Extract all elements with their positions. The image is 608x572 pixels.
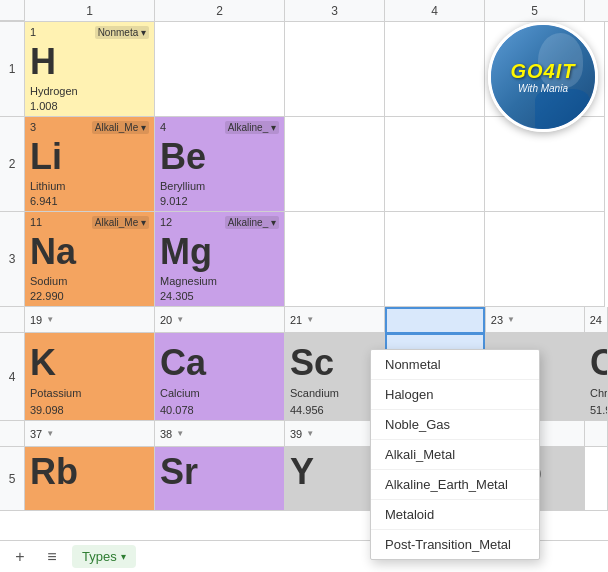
row-header-1: 1	[0, 22, 25, 117]
col-header-3: 3	[285, 0, 385, 21]
cell-ca[interactable]: Ca Calcium 40.078	[155, 333, 285, 421]
col-header-5: 5	[485, 0, 585, 21]
element-number: 1	[30, 26, 36, 38]
cell-r1c3[interactable]	[285, 22, 385, 117]
element-symbol: Ca	[160, 345, 279, 381]
element-name: Chrom	[590, 387, 602, 399]
category-dropdown-menu: Nonmetal Halogen Noble_Gas Alkali_Metal …	[370, 349, 540, 560]
cell-r2c4	[385, 117, 485, 212]
cell-r1c2[interactable]	[155, 22, 285, 117]
cell-r5c6	[585, 447, 608, 511]
element-symbol: Rb	[30, 451, 149, 493]
sub-header-22-selected[interactable]	[385, 307, 485, 333]
element-symbol: Li	[30, 139, 149, 175]
element-name: Scandium	[290, 387, 379, 399]
cell-r3c5	[485, 212, 605, 307]
grid-row-3: 3 11 Alkali_Me ▾ Na Sodium 22.990 12 Alk…	[0, 212, 608, 307]
element-category-dropdown[interactable]: Alkali_Me ▾	[92, 121, 149, 134]
sheet-tab-dropdown-icon: ▾	[121, 551, 126, 562]
col-header-2: 2	[155, 0, 285, 21]
element-number: 12	[160, 216, 172, 228]
grid-row-2: 2 3 Alkali_Me ▾ Li Lithium 6.941 4 Alkal…	[0, 117, 608, 212]
dropdown-item-alkaline-earth[interactable]: Alkaline_Earth_Metal	[371, 470, 539, 500]
element-mass: 1.008	[30, 100, 149, 112]
dropdown-item-alkali-metal[interactable]: Alkali_Metal	[371, 440, 539, 470]
element-symbol: Sc	[290, 345, 379, 381]
element-mass: 44.956	[290, 404, 379, 416]
cell-be[interactable]: 4 Alkaline_ ▾ Be Beryllium 9.012	[155, 117, 285, 212]
sub-header-row: 19 ▼ 20 ▼ 21 ▼ 23 ▼ 24	[0, 307, 608, 333]
element-number: 3	[30, 121, 36, 133]
sheet-tab-label: Types	[82, 549, 117, 564]
element-symbol: Be	[160, 139, 279, 175]
element-mass: 24.305	[160, 290, 279, 302]
go4it-line2: With Mania	[518, 83, 568, 94]
element-number: 4	[160, 121, 166, 133]
element-name: Lithium	[30, 180, 149, 192]
cell-li[interactable]: 3 Alkali_Me ▾ Li Lithium 6.941	[25, 117, 155, 212]
sub-header-21[interactable]: 21 ▼	[285, 307, 385, 333]
element-symbol: Mg	[160, 234, 279, 270]
sub-header-38[interactable]: 38 ▼	[155, 421, 285, 447]
element-category-dropdown[interactable]: Alkaline_ ▾	[225, 216, 279, 229]
sub-header-24[interactable]: 24	[585, 307, 608, 333]
row-header-5: 5	[0, 447, 25, 511]
go4it-line1: GO4IT	[510, 60, 575, 83]
cell-r1c4	[385, 22, 485, 117]
sheets-list-button[interactable]: ≡	[40, 545, 64, 569]
sub-header-20[interactable]: 20 ▼	[155, 307, 285, 333]
element-mass: 6.941	[30, 195, 149, 207]
dropdown-item-post-transition[interactable]: Post-Transition_Metal	[371, 530, 539, 559]
row-header-3: 3	[0, 212, 25, 307]
cell-cr[interactable]: Cr Chrom 51.996	[585, 333, 608, 421]
cell-h[interactable]: 1 Nonmeta ▾ H Hydrogen 1.008	[25, 22, 155, 117]
element-number: 11	[30, 216, 42, 228]
cell-na[interactable]: 11 Alkali_Me ▾ Na Sodium 22.990	[25, 212, 155, 307]
element-symbol: Na	[30, 234, 149, 270]
element-name: Calcium	[160, 387, 279, 399]
element-mass: 51.996	[590, 404, 602, 416]
row-header-4: 4	[0, 333, 25, 421]
cell-r3c4	[385, 212, 485, 307]
cell-r2c3[interactable]	[285, 117, 385, 212]
element-category-dropdown[interactable]: Alkali_Me ▾	[92, 216, 149, 229]
sub-header-23[interactable]: 23 ▼	[485, 307, 585, 333]
element-mass: 9.012	[160, 195, 279, 207]
element-name: Hydrogen	[30, 85, 149, 97]
sub-header-37[interactable]: 37 ▼	[25, 421, 155, 447]
cell-k[interactable]: K Potassium 39.098	[25, 333, 155, 421]
row-header-2: 2	[0, 117, 25, 212]
sub-header-19[interactable]: 19 ▼	[25, 307, 155, 333]
spreadsheet: 1 2 3 4 5 1 1 Nonmeta ▾ H Hydroge	[0, 0, 608, 572]
dropdown-item-halogen[interactable]: Halogen	[371, 380, 539, 410]
cell-mg[interactable]: 12 Alkaline_ ▾ Mg Magnesium 24.305	[155, 212, 285, 307]
element-symbol: Sr	[160, 451, 279, 493]
element-name: Magnesium	[160, 275, 279, 287]
cell-sr[interactable]: Sr	[155, 447, 285, 511]
element-category-dropdown[interactable]: Nonmeta ▾	[95, 26, 149, 39]
element-symbol: H	[30, 44, 149, 80]
element-symbol: Cr	[590, 345, 602, 381]
element-name: Sodium	[30, 275, 149, 287]
element-mass: 40.078	[160, 404, 279, 416]
sheet-tab-types[interactable]: Types ▾	[72, 545, 136, 568]
element-mass: 22.990	[30, 290, 149, 302]
element-mass: 39.098	[30, 404, 149, 416]
col-header-4: 4	[385, 0, 485, 21]
element-category-dropdown[interactable]: Alkaline_ ▾	[225, 121, 279, 134]
element-symbol: Y	[290, 451, 379, 493]
dropdown-item-metaloid[interactable]: Metaloid	[371, 500, 539, 530]
dropdown-item-nonmetal[interactable]: Nonmetal	[371, 350, 539, 380]
dropdown-item-noble-gas[interactable]: Noble_Gas	[371, 410, 539, 440]
element-name: Potassium	[30, 387, 149, 399]
go4it-badge: GO4IT With Mania	[488, 22, 598, 132]
element-name: Beryllium	[160, 180, 279, 192]
add-sheet-button[interactable]: +	[8, 545, 32, 569]
cell-rb[interactable]: Rb	[25, 447, 155, 511]
element-symbol: K	[30, 345, 149, 381]
cell-r3c3[interactable]	[285, 212, 385, 307]
col-header-1: 1	[25, 0, 155, 21]
